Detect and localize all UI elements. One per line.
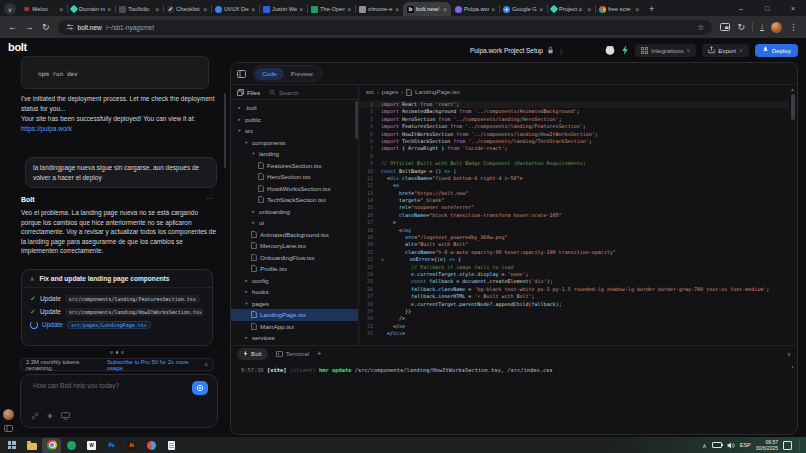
tree-folder-landing[interactable]: ▾landing	[231, 148, 358, 160]
export-button[interactable]: Export ∨	[702, 44, 749, 57]
panel-toggle-icon[interactable]	[237, 70, 246, 78]
battery-icon[interactable]	[712, 442, 722, 448]
taskbar-app-photoshop[interactable]: Ps	[102, 438, 121, 453]
code-line[interactable]: 20 alt="Built with Bolt"	[359, 241, 789, 248]
browser-tab[interactable]: Domain m×	[67, 2, 115, 16]
hidden-icons-caret[interactable]: ∧	[702, 442, 706, 449]
editor-scrollbar[interactable]: ▴	[790, 86, 795, 120]
tab-code[interactable]: Code	[255, 68, 284, 80]
taskbar-clock[interactable]: 09:57 30/6/2025	[756, 439, 778, 451]
tab-close-icon[interactable]: ×	[443, 6, 447, 13]
taskbar-app-start-button[interactable]	[2, 438, 21, 453]
code-line[interactable]: 29 }}	[359, 308, 789, 315]
tree-file-landingpage-tsx[interactable]: LandingPage.tsx	[231, 309, 358, 321]
tab-close-icon[interactable]: ×	[395, 6, 399, 13]
code-line[interactable]: 10const BoltBadge = () => (	[359, 168, 789, 175]
reload-icon[interactable]: ↻	[42, 23, 50, 32]
code-line[interactable]: 31 </a>	[359, 323, 789, 330]
taskbar-app-file-explorer[interactable]	[22, 438, 41, 453]
tab-close-icon[interactable]: ×	[299, 6, 303, 13]
tab-close-icon[interactable]: ×	[347, 6, 351, 13]
code-line[interactable]: 32 </div>	[359, 330, 789, 337]
notification-icon[interactable]	[783, 441, 792, 450]
code-line[interactable]: 27 fallback.innerHTML = '⚡ Built with Bo…	[359, 293, 789, 300]
tab-search-icon[interactable]: ∨	[4, 3, 16, 15]
code-line[interactable]: 15 rel="noopener noreferrer"	[359, 204, 789, 211]
code-line[interactable]: 22∨ onError={(e) => {	[359, 256, 789, 263]
project-menu-icon[interactable]: ⋮	[558, 47, 564, 54]
task-card-header[interactable]: ∧ Fix and update landing page components	[22, 270, 212, 288]
code-line[interactable]: 18 <img	[359, 227, 789, 234]
back-icon[interactable]: ←	[8, 23, 17, 32]
tree-file-animatedbackground-tsx[interactable]: AnimatedBackground.tsx	[231, 229, 358, 241]
code-line[interactable]: 16 className="block transition-transform…	[359, 212, 789, 219]
task-row[interactable]: ✓Updatesrc/components/landing/HowItWorks…	[30, 305, 204, 318]
picture-in-picture-icon[interactable]	[720, 23, 730, 31]
bookmark-star-icon[interactable]: ☆	[697, 23, 704, 32]
code-line[interactable]: 19 src="/logotext_poweredby_360w.png"	[359, 234, 789, 241]
tree-file-howitworkssection-tsx[interactable]: HowItWorksSection.tsx	[231, 183, 358, 195]
github-icon[interactable]	[605, 45, 615, 55]
tree-folder-hooks[interactable]: ▸hooks	[231, 286, 358, 298]
code-line[interactable]: 30 />	[359, 315, 789, 322]
tree-folder-config[interactable]: ▸config	[231, 275, 358, 287]
tab-close-icon[interactable]: ×	[203, 6, 207, 13]
browser-tab[interactable]: MWelco×	[19, 2, 67, 16]
browser-tab[interactable]: Project o×	[547, 2, 595, 16]
code-line[interactable]: 12 <a	[359, 182, 789, 189]
collapse-chevron-icon[interactable]: ∧	[30, 275, 34, 282]
code-line[interactable]: 23 // Fallback if image fails to load	[359, 264, 789, 271]
code-line[interactable]: 7import { ArrowRight } from 'lucide-reac…	[359, 145, 789, 152]
tab-preview[interactable]: Preview	[284, 68, 320, 80]
sparkle-icon[interactable]	[46, 412, 54, 420]
scroll-up-icon[interactable]: ▴	[791, 86, 794, 92]
forward-icon[interactable]: →	[25, 23, 34, 32]
profile-avatar[interactable]	[771, 22, 782, 33]
terminal-scroll-up-icon[interactable]: ▴	[791, 363, 794, 369]
code-line[interactable]: 17 >	[359, 219, 789, 226]
sidebar-toggle-icon[interactable]	[4, 425, 13, 432]
bolt-terminal-tab[interactable]: Bolt	[237, 348, 268, 360]
tab-close-icon[interactable]: ×	[491, 6, 495, 13]
tab-close-icon[interactable]: ×	[587, 6, 591, 13]
subscribe-link[interactable]: Subscribe to Pro 50 for 2x more usage	[107, 359, 201, 371]
task-file-path[interactable]: src/pages/LandingPage.tsx	[67, 321, 151, 329]
code-line[interactable]: 9// Official Built with Bolt Badge Compo…	[359, 160, 789, 167]
terminal-output[interactable]: 9:57:36 [vite] (client) hmr update /src/…	[231, 361, 797, 379]
address-bar[interactable]: bolt.new/~/sb1-nyagsmet ☆	[58, 20, 713, 35]
tree-folder-onboarding[interactable]: ▸onboarding	[231, 206, 358, 218]
tree-file-onboardingflow-tsx[interactable]: OnboardingFlow.tsx	[231, 252, 358, 264]
deploy-button[interactable]: Deploy	[755, 44, 798, 57]
breadcrumb-item[interactable]: src	[366, 89, 374, 95]
tree-file-profile-tsx[interactable]: Profile.tsx	[231, 263, 358, 275]
tree-file-memorylane-tsx[interactable]: MemoryLane.tsx	[231, 240, 358, 252]
tree-folder-services[interactable]: ▸services	[231, 332, 358, 344]
taskbar-app-illustrator[interactable]: Ai	[122, 438, 141, 453]
tree-folder-ui[interactable]: ▸ui	[231, 217, 358, 229]
taskbar-app-color-circle-app[interactable]	[142, 438, 161, 453]
chat-input[interactable]	[31, 381, 175, 390]
show-desktop-sliver[interactable]	[799, 439, 802, 451]
new-tab-button[interactable]: +	[649, 4, 654, 14]
breadcrumb-item[interactable]: LandingPage.tsx	[415, 89, 460, 95]
tab-close-icon[interactable]: ×	[539, 6, 543, 13]
taskbar-app-green-circle-app[interactable]	[62, 438, 81, 453]
code-line[interactable]: 8	[359, 153, 789, 160]
bolt-logo[interactable]: bolt	[8, 41, 27, 53]
code-line[interactable]: 4import FeaturesSection from '../compone…	[359, 123, 789, 130]
code-line[interactable]: 1import React from 'react';	[359, 101, 789, 108]
speaker-icon[interactable]	[727, 442, 735, 449]
tree-file-herosection-tsx[interactable]: HeroSection.tsx	[231, 171, 358, 183]
browser-tab[interactable]: Justin Wel×	[259, 2, 307, 16]
link-icon[interactable]	[31, 412, 39, 420]
minimize-button[interactable]: –	[728, 0, 754, 16]
task-file-path[interactable]: src/components/landing/FeaturesSection.t…	[65, 295, 200, 303]
task-file-path[interactable]: src/components/landing/HowItWorksSection…	[65, 308, 204, 316]
tree-folder-pages[interactable]: ▾pages	[231, 298, 358, 310]
close-button[interactable]: ×	[780, 0, 806, 16]
code-line[interactable]: 5import HowItWorksSection from '../compo…	[359, 131, 789, 138]
chat-scrollbar[interactable]	[224, 93, 226, 168]
task-row[interactable]: Updatesrc/pages/LandingPage.tsx	[30, 318, 204, 331]
integrations-button[interactable]: Integrations ∨	[635, 44, 696, 57]
browser-tab[interactable]: ✓Checklist×	[163, 2, 211, 16]
